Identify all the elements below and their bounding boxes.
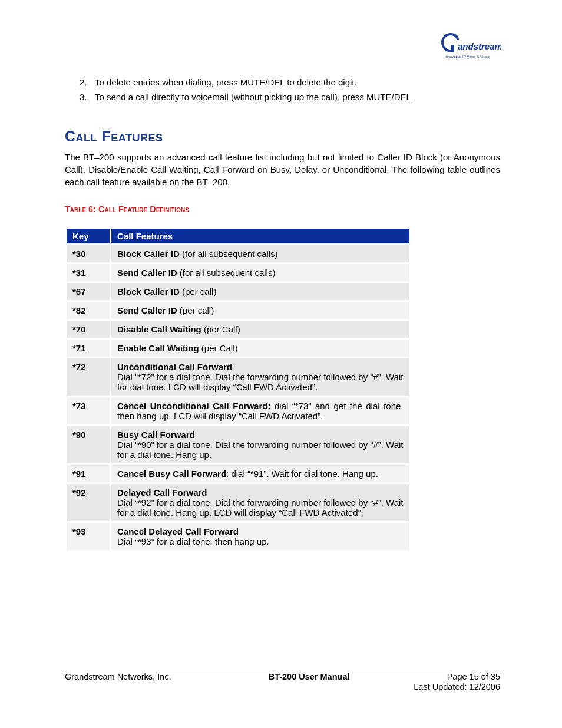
table-row: *30Block Caller ID (for all subsequent c… bbox=[66, 245, 411, 263]
table-row: *71Enable Call Waiting (per Call) bbox=[66, 339, 411, 358]
feature-cell: Enable Call Waiting (per Call) bbox=[110, 339, 410, 358]
feature-title: Block Caller ID bbox=[117, 286, 180, 297]
feature-title: Block Caller ID bbox=[117, 249, 180, 259]
footer-left: Grandstream Networks, Inc. bbox=[65, 672, 171, 681]
feature-extra: : dial “*91”. Wait for dial tone. Hang u… bbox=[226, 469, 378, 479]
key-cell: *30 bbox=[66, 245, 111, 263]
feature-title: Send Caller ID bbox=[117, 305, 177, 315]
table-caption: Table 6: Call Feature Definitions bbox=[65, 205, 500, 214]
table-row: *67Block Caller ID (per call) bbox=[66, 282, 411, 301]
list-number: 2. bbox=[80, 75, 87, 89]
intro-paragraph: The BT–200 supports an advanced call fea… bbox=[65, 151, 500, 189]
numbered-list: 2. To delete entries when dialing, press… bbox=[65, 75, 500, 104]
feature-title: Cancel Busy Call Forward bbox=[117, 469, 226, 479]
feature-title: Cancel Unconditional Call Forward: bbox=[117, 401, 270, 411]
footer-right: Page 15 of 35 bbox=[447, 672, 500, 681]
table-row: *70Disable Call Waiting (per Call) bbox=[66, 320, 411, 339]
logo-tagline: Innovative IP Voice & Video bbox=[445, 54, 490, 58]
feature-cell: Disable Call Waiting (per Call) bbox=[110, 320, 410, 339]
key-cell: *73 bbox=[66, 397, 111, 426]
feature-extra: (for all subsequent calls) bbox=[177, 268, 276, 278]
feature-extra: (per Call) bbox=[199, 343, 238, 353]
col-header-feature: Call Features bbox=[110, 228, 410, 245]
key-cell: *31 bbox=[66, 263, 111, 282]
feature-table: Key Call Features *30Block Caller ID (fo… bbox=[65, 227, 411, 552]
table-row: *73Cancel Unconditional Call Forward: di… bbox=[66, 397, 411, 426]
list-text: To delete entries when dialing, press MU… bbox=[95, 77, 357, 87]
list-item: 3. To send a call directly to voicemail … bbox=[80, 90, 500, 104]
feature-cell: Send Caller ID (for all subsequent calls… bbox=[110, 263, 410, 282]
key-cell: *82 bbox=[66, 301, 111, 320]
table-row: *92Delayed Call ForwardDial “*92” for a … bbox=[66, 483, 411, 522]
feature-title: Disable Call Waiting bbox=[117, 324, 201, 334]
key-cell: *67 bbox=[66, 282, 111, 301]
key-cell: *91 bbox=[66, 465, 111, 483]
feature-cell: Cancel Delayed Call ForwardDial “*93” fo… bbox=[110, 522, 410, 551]
footer-rule bbox=[65, 670, 500, 670]
key-cell: *92 bbox=[66, 483, 111, 522]
feature-description: Dial “*90” for a dial tone. Dial the for… bbox=[117, 440, 404, 460]
feature-extra: (per Call) bbox=[201, 324, 240, 334]
col-header-key: Key bbox=[66, 228, 111, 245]
feature-cell: Cancel Busy Call Forward: dial “*91”. Wa… bbox=[110, 465, 410, 483]
feature-title: Send Caller ID bbox=[117, 268, 177, 278]
feature-extra: (for all subsequent calls) bbox=[180, 249, 278, 259]
feature-title: Enable Call Waiting bbox=[117, 343, 199, 353]
key-cell: *71 bbox=[66, 339, 111, 358]
key-cell: *72 bbox=[66, 358, 111, 397]
list-item: 2. To delete entries when dialing, press… bbox=[80, 75, 500, 89]
section-heading: Call Features bbox=[65, 128, 500, 145]
page-footer: Grandstream Networks, Inc. BT-200 User M… bbox=[65, 670, 500, 691]
feature-cell: Send Caller ID (per call) bbox=[110, 301, 410, 320]
table-row: *72Unconditional Call ForwardDial “*72” … bbox=[66, 358, 411, 397]
key-cell: *70 bbox=[66, 320, 111, 339]
feature-cell: Delayed Call ForwardDial “*92” for a dia… bbox=[110, 483, 410, 522]
feature-title: Delayed Call Forward bbox=[117, 487, 207, 498]
list-number: 3. bbox=[80, 90, 87, 104]
feature-title: Unconditional Call Forward bbox=[117, 362, 232, 372]
feature-description: Dial “*72” for a dial tone. Dial the for… bbox=[117, 372, 404, 392]
feature-cell: Busy Call ForwardDial “*90” for a dial t… bbox=[110, 426, 410, 465]
table-row: *91Cancel Busy Call Forward: dial “*91”.… bbox=[66, 465, 411, 483]
table-row: *93Cancel Delayed Call ForwardDial “*93”… bbox=[66, 522, 411, 551]
feature-cell: Block Caller ID (per call) bbox=[110, 282, 410, 301]
table-row: *90Busy Call ForwardDial “*90” for a dia… bbox=[66, 426, 411, 465]
feature-description: Dial “*93” for a dial tone, then hang up… bbox=[117, 536, 404, 546]
feature-title: Cancel Delayed Call Forward bbox=[117, 526, 239, 536]
feature-description: Dial “*92” for a dial tone. Dial the for… bbox=[117, 498, 404, 518]
table-row: *82Send Caller ID (per call) bbox=[66, 301, 411, 320]
list-text: To send a call directly to voicemail (wi… bbox=[95, 92, 411, 102]
svg-text:andstream: andstream bbox=[458, 41, 501, 51]
table-header-row: Key Call Features bbox=[66, 228, 411, 245]
footer-updated: Last Updated: 12/2006 bbox=[65, 682, 500, 691]
feature-cell: Cancel Unconditional Call Forward: dial … bbox=[110, 397, 410, 426]
grandstream-logo-icon: andstream Innovative IP Voice & Video bbox=[437, 28, 501, 61]
key-cell: *90 bbox=[66, 426, 111, 465]
brand-logo: andstream Innovative IP Voice & Video bbox=[437, 28, 501, 61]
table-row: *31Send Caller ID (for all subsequent ca… bbox=[66, 263, 411, 282]
page-content: andstream Innovative IP Voice & Video 2.… bbox=[0, 0, 562, 552]
footer-center: BT-200 User Manual bbox=[269, 672, 350, 681]
feature-extra: (per call) bbox=[180, 286, 217, 297]
feature-cell: Unconditional Call ForwardDial “*72” for… bbox=[110, 358, 410, 397]
feature-title: Busy Call Forward bbox=[117, 430, 195, 440]
feature-extra: (per call) bbox=[177, 305, 214, 315]
key-cell: *93 bbox=[66, 522, 111, 551]
feature-cell: Block Caller ID (for all subsequent call… bbox=[110, 245, 410, 263]
